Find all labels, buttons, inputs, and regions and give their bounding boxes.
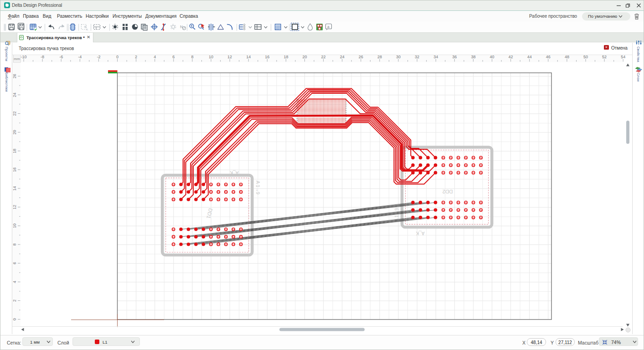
svg-text:26: 26 bbox=[12, 74, 17, 78]
svg-text:26: 26 bbox=[359, 55, 363, 59]
svg-text:50: 50 bbox=[583, 55, 588, 59]
svg-text:10: 10 bbox=[209, 55, 213, 59]
svg-text:2: 2 bbox=[12, 299, 17, 302]
svg-text:6: 6 bbox=[172, 55, 175, 59]
svg-text:A_K: A_K bbox=[416, 231, 424, 236]
svg-text:-4: -4 bbox=[78, 55, 82, 59]
svg-text:-10: -10 bbox=[21, 55, 26, 59]
svg-text:0: 0 bbox=[12, 318, 17, 320]
svg-text:18: 18 bbox=[12, 149, 17, 153]
svg-text:28: 28 bbox=[377, 55, 382, 59]
svg-text:34: 34 bbox=[433, 55, 438, 59]
svg-text:30: 30 bbox=[396, 55, 401, 59]
svg-text:20: 20 bbox=[12, 130, 17, 135]
svg-text:2: 2 bbox=[135, 55, 137, 59]
svg-text:mm: mm bbox=[14, 57, 20, 61]
svg-text:24: 24 bbox=[340, 55, 345, 59]
svg-text:A: A bbox=[86, 28, 88, 31]
svg-text:24: 24 bbox=[12, 92, 17, 97]
svg-text:DD2: DD2 bbox=[442, 189, 453, 194]
svg-text:20: 20 bbox=[302, 55, 307, 59]
svg-text:-8: -8 bbox=[41, 55, 44, 59]
svg-text:a: a bbox=[327, 25, 330, 29]
svg-text:8: 8 bbox=[12, 243, 17, 246]
svg-text:18: 18 bbox=[283, 55, 288, 59]
svg-text:36: 36 bbox=[452, 55, 457, 59]
svg-text:-6: -6 bbox=[59, 55, 63, 59]
svg-text:40: 40 bbox=[489, 55, 494, 59]
svg-text:12: 12 bbox=[227, 55, 232, 59]
svg-text:44: 44 bbox=[527, 55, 532, 59]
svg-text:8: 8 bbox=[191, 55, 193, 59]
svg-text:A_K: A_K bbox=[230, 170, 238, 175]
svg-text:16: 16 bbox=[265, 55, 269, 59]
svg-text:38: 38 bbox=[471, 55, 475, 59]
svg-text:4: 4 bbox=[154, 55, 156, 59]
svg-text:6: 6 bbox=[12, 262, 17, 264]
svg-text:0: 0 bbox=[116, 55, 118, 59]
svg-text:32: 32 bbox=[415, 55, 419, 59]
svg-text:A 1→9: A 1→9 bbox=[255, 181, 260, 194]
svg-text:54: 54 bbox=[621, 55, 625, 59]
svg-text:-2: -2 bbox=[97, 55, 100, 59]
svg-text:4: 4 bbox=[12, 281, 17, 283]
svg-text:10: 10 bbox=[12, 223, 17, 228]
svg-text:14: 14 bbox=[246, 55, 251, 59]
svg-text:14: 14 bbox=[12, 186, 17, 191]
svg-text:52: 52 bbox=[602, 55, 607, 59]
svg-text:42: 42 bbox=[509, 55, 513, 59]
svg-text:22: 22 bbox=[12, 111, 17, 116]
svg-text:12: 12 bbox=[12, 205, 17, 209]
svg-text:22: 22 bbox=[321, 55, 326, 59]
svg-text:48: 48 bbox=[565, 55, 569, 59]
svg-text:16: 16 bbox=[12, 167, 17, 172]
svg-text:46: 46 bbox=[546, 55, 551, 59]
